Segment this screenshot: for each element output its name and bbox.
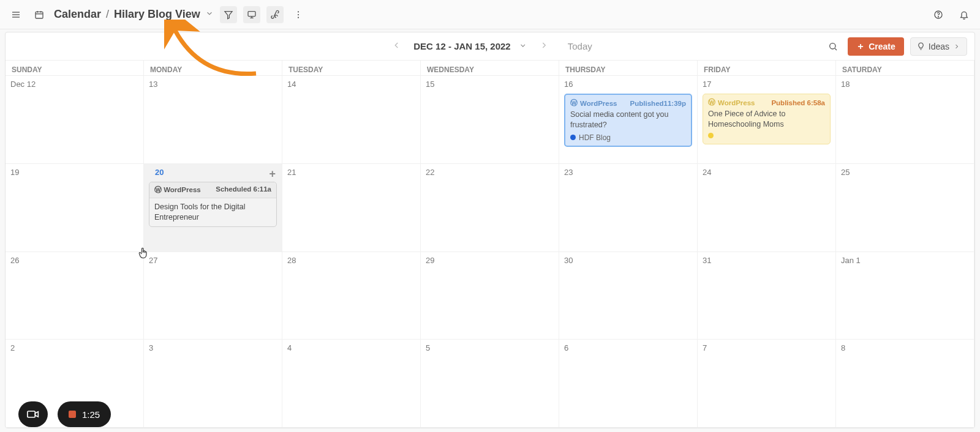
svg-point-13 <box>298 17 299 18</box>
day-cell[interactable]: 22 <box>421 164 559 252</box>
breadcrumb-root[interactable]: Calendar <box>54 8 101 21</box>
help-icon[interactable] <box>930 6 947 23</box>
day-number: Jan 1 <box>841 256 969 265</box>
svg-marker-7 <box>225 11 232 18</box>
calendar-toolbar: DEC 12 - JAN 15, 2022 Today Create Ideas <box>6 32 974 61</box>
weekday-header: THURSDAY <box>559 61 698 75</box>
breadcrumb-sep: / <box>106 8 109 21</box>
day-cell[interactable]: 31 <box>698 252 836 340</box>
share-icon[interactable] <box>266 6 284 23</box>
week-row: 2 3 4 5 6 7 8 <box>6 340 974 428</box>
create-button[interactable]: Create <box>848 37 904 56</box>
bell-icon[interactable] <box>956 6 973 23</box>
event-source: Ⓦ WordPress <box>570 99 617 108</box>
day-cell[interactable]: 15 <box>421 76 559 164</box>
day-number: 7 <box>703 343 831 352</box>
calendar-panel: DEC 12 - JAN 15, 2022 Today Create Ideas <box>5 32 975 428</box>
event-title: Design Tools for the Digital Entrepreneu… <box>154 202 271 223</box>
chevron-down-icon[interactable] <box>205 8 214 21</box>
day-number: 20 <box>155 168 277 177</box>
day-number: 13 <box>149 80 277 89</box>
day-cell[interactable]: 5 <box>421 340 559 428</box>
day-cell[interactable]: 19 <box>6 164 144 252</box>
svg-rect-20 <box>28 411 36 417</box>
day-number: 8 <box>841 343 969 352</box>
day-number: 14 <box>287 80 415 89</box>
day-cell[interactable]: 14 <box>282 76 421 164</box>
day-number: 4 <box>287 343 415 352</box>
ideas-button[interactable]: Ideas <box>910 37 967 56</box>
event-card[interactable]: Ⓦ WordPress Scheduled 6:11a Design Tools… <box>149 182 277 227</box>
day-number: 2 <box>10 343 138 352</box>
day-number: 17 <box>703 80 831 89</box>
monitor-icon[interactable] <box>243 6 260 23</box>
day-cell[interactable]: 4 <box>282 340 421 428</box>
day-cell[interactable]: 20 + Ⓦ WordPress Scheduled 6:11a Design … <box>144 164 282 252</box>
today-button[interactable]: Today <box>568 41 592 51</box>
day-cell[interactable]: 17 Ⓦ WordPress Published 6:58a One Piece… <box>698 76 836 164</box>
event-card[interactable]: Ⓦ WordPress Published11:39p Social media… <box>564 94 692 147</box>
event-card[interactable]: Ⓦ WordPress Published 6:58a One Piece of… <box>703 94 831 144</box>
day-number: 23 <box>564 168 692 177</box>
record-timer[interactable]: 1:25 <box>58 401 111 427</box>
day-cell[interactable]: 28 <box>282 252 421 340</box>
tag-dot <box>708 133 714 138</box>
day-cell[interactable]: 7 <box>698 340 836 428</box>
event-source: Ⓦ WordPress <box>154 185 201 195</box>
event-status: Scheduled 6:11a <box>216 185 271 195</box>
day-cell[interactable]: 18 <box>836 76 974 164</box>
next-period-button[interactable] <box>536 38 553 54</box>
search-icon[interactable] <box>824 38 842 55</box>
day-number: 15 <box>426 80 554 89</box>
day-cell[interactable]: 27 <box>144 252 282 340</box>
stop-icon <box>69 411 76 418</box>
day-cell[interactable]: 24 <box>698 164 836 252</box>
weekday-header: SATURDAY <box>836 61 974 75</box>
event-title: Social media content got you frustrated? <box>570 110 686 130</box>
day-number: 3 <box>149 343 277 352</box>
wordpress-icon: Ⓦ <box>570 99 578 108</box>
day-cell[interactable]: 16 Ⓦ WordPress Published11:39p Social me… <box>559 76 698 164</box>
tag-dot <box>570 135 576 140</box>
weekday-header: FRIDAY <box>698 61 836 75</box>
svg-point-16 <box>830 43 835 48</box>
day-number: 18 <box>841 80 969 89</box>
breadcrumb: Calendar / Hilary Blog View <box>54 8 214 21</box>
day-number: 24 <box>703 168 831 177</box>
day-number: 25 <box>841 168 969 177</box>
add-event-button[interactable]: + <box>269 168 276 181</box>
breadcrumb-view[interactable]: Hilary Blog View <box>114 8 200 21</box>
day-cell[interactable]: 29 <box>421 252 559 340</box>
day-cell[interactable]: 23 <box>559 164 698 252</box>
weekday-header: SUNDAY <box>6 61 144 75</box>
day-cell[interactable]: 3 <box>144 340 282 428</box>
day-cell[interactable]: 21 <box>282 164 421 252</box>
day-cell[interactable]: 8 <box>836 340 974 428</box>
day-cell[interactable]: 30 <box>559 252 698 340</box>
day-number: 27 <box>149 256 277 265</box>
event-status: Published 6:58a <box>771 99 825 106</box>
day-cell[interactable]: 25 <box>836 164 974 252</box>
menu-icon[interactable] <box>7 6 24 23</box>
svg-rect-8 <box>248 11 255 16</box>
week-row: 19 20 + Ⓦ WordPress Scheduled 6:11a Desi… <box>6 164 974 252</box>
cursor-icon <box>137 247 149 264</box>
day-cell[interactable]: Dec 12 <box>6 76 144 164</box>
camera-button[interactable] <box>18 401 48 427</box>
week-row: Dec 12 13 14 15 16 Ⓦ WordPress Published… <box>6 76 974 164</box>
chevron-down-icon[interactable] <box>519 41 527 51</box>
more-vertical-icon[interactable] <box>290 6 307 23</box>
svg-rect-3 <box>36 12 43 18</box>
day-cell[interactable]: 6 <box>559 340 698 428</box>
prev-period-button[interactable] <box>388 38 405 54</box>
date-range-label[interactable]: DEC 12 - JAN 15, 2022 <box>413 41 510 51</box>
timer-value: 1:25 <box>82 409 100 420</box>
svg-point-11 <box>298 11 299 12</box>
filter-icon[interactable] <box>220 6 237 23</box>
day-number: 6 <box>564 343 692 352</box>
day-cell[interactable]: 26 <box>6 252 144 340</box>
weekday-header: MONDAY <box>144 61 282 75</box>
day-cell[interactable]: 13 <box>144 76 282 164</box>
wordpress-icon: Ⓦ <box>154 186 162 193</box>
day-cell[interactable]: Jan 1 <box>836 252 974 340</box>
